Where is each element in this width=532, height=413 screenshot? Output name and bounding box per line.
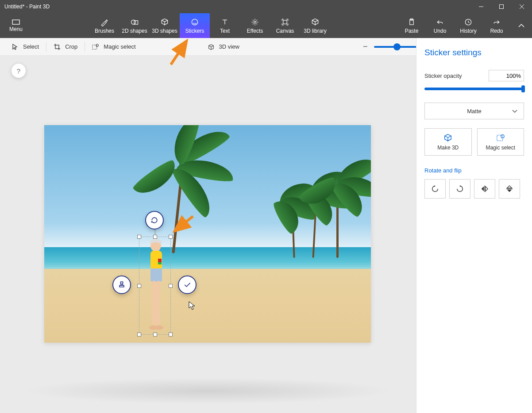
panel-title: Sticker settings: [424, 48, 524, 57]
minimize-button[interactable]: [471, 0, 491, 13]
svg-line-25: [174, 216, 193, 231]
window-title: Untitled* - Paint 3D: [4, 4, 50, 10]
ribbon: Menu Brushes 2D shapes 3D shapes Sticker…: [0, 13, 532, 38]
canvas-workarea[interactable]: ?: [0, 56, 416, 413]
opacity-slider[interactable]: [424, 88, 524, 90]
zoom-thumb[interactable]: [393, 43, 401, 50]
svg-rect-9: [283, 20, 287, 23]
svg-rect-1: [500, 5, 504, 9]
resize-handle[interactable]: [169, 284, 173, 288]
svg-rect-4: [12, 20, 19, 24]
tab-effects[interactable]: Effects: [240, 13, 270, 38]
rotate-left-button[interactable]: [424, 179, 446, 199]
tab-text[interactable]: Text: [210, 13, 240, 38]
menu-button[interactable]: Menu: [0, 13, 32, 38]
resize-handle[interactable]: [153, 333, 157, 337]
rotate-handle[interactable]: [145, 211, 164, 229]
tab-canvas[interactable]: Canvas: [270, 13, 300, 38]
crop-tool[interactable]: Crop: [48, 38, 83, 55]
close-button[interactable]: [512, 0, 532, 13]
annotation-arrow-selection: [171, 214, 197, 236]
redo-button[interactable]: Redo: [482, 13, 511, 38]
svg-point-14: [96, 44, 98, 46]
flip-vertical-button[interactable]: [499, 179, 520, 199]
opacity-label: Sticker opacity: [424, 73, 462, 79]
flip-horizontal-button[interactable]: [474, 179, 495, 199]
resize-handle[interactable]: [137, 333, 141, 337]
chevron-down-icon: [512, 108, 517, 115]
maximize-button[interactable]: [491, 0, 512, 13]
commit-button[interactable]: [178, 275, 197, 294]
resize-handle[interactable]: [169, 333, 173, 337]
menu-label: Menu: [9, 26, 23, 32]
3d-view-toggle[interactable]: 3D view: [208, 43, 239, 50]
make-3d-button[interactable]: Make 3D: [424, 128, 472, 156]
svg-line-15: [171, 41, 187, 65]
opacity-input[interactable]: [489, 70, 524, 81]
sticker-settings-panel: Sticker settings Sticker opacity Matte M…: [416, 38, 532, 413]
cursor-icon: [12, 43, 19, 50]
undo-button[interactable]: Undo: [426, 13, 454, 38]
rotate-right-button[interactable]: [449, 179, 470, 199]
zoom-out-button[interactable]: −: [363, 42, 368, 51]
paste-button[interactable]: Paste: [397, 13, 426, 38]
history-button[interactable]: History: [454, 13, 482, 38]
crop-icon: [54, 43, 61, 50]
cube-outline-icon: [208, 43, 215, 50]
resize-handle[interactable]: [153, 235, 157, 239]
select-tool[interactable]: Select: [6, 38, 44, 55]
collapse-ribbon-button[interactable]: [511, 13, 532, 38]
svg-point-8: [254, 21, 256, 23]
rotate-flip-label: Rotate and flip: [424, 167, 524, 174]
tab-3d-library[interactable]: 3D library: [300, 13, 330, 38]
tab-3d-shapes[interactable]: 3D shapes: [150, 13, 180, 38]
opacity-thumb[interactable]: [521, 85, 525, 92]
magic-select-icon: [92, 43, 99, 50]
magic-select-tool[interactable]: Magic select: [87, 38, 141, 55]
help-button[interactable]: ?: [12, 64, 26, 78]
tab-2d-shapes[interactable]: 2D shapes: [120, 13, 150, 38]
stamp-button[interactable]: [112, 275, 131, 294]
canvas[interactable]: [44, 125, 371, 343]
titlebar: Untitled* - Paint 3D: [0, 0, 532, 13]
resize-handle[interactable]: [137, 284, 141, 288]
annotation-arrow-stickers: [167, 37, 194, 68]
tab-stickers[interactable]: Stickers: [180, 13, 210, 38]
resize-handle[interactable]: [137, 235, 141, 239]
selection-box[interactable]: [139, 237, 171, 335]
finish-dropdown[interactable]: Matte: [424, 103, 524, 119]
magic-select-button[interactable]: Magic select: [477, 128, 524, 156]
tab-brushes[interactable]: Brushes: [89, 13, 120, 38]
